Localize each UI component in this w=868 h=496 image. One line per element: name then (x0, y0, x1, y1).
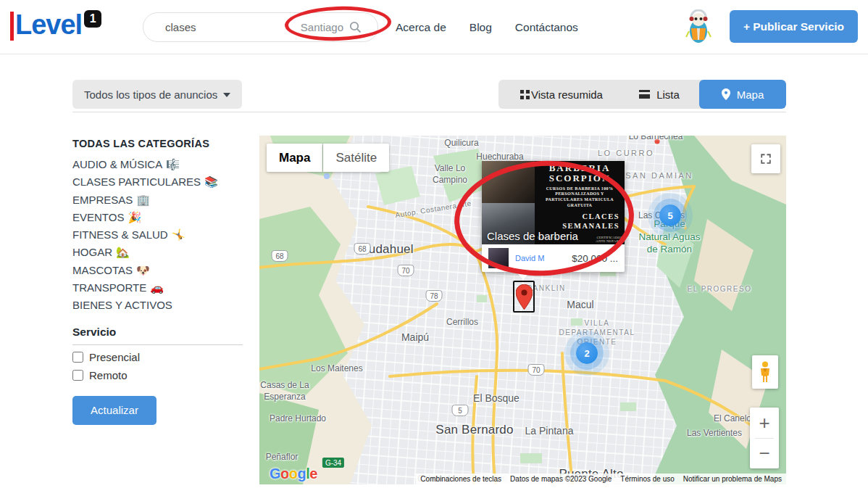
poster-claces: CLACES SEMANALES (537, 212, 622, 231)
map-attribution-link[interactable]: Datos de mapas ©2023 Google (506, 474, 616, 484)
fullscreen-button[interactable] (751, 144, 780, 173)
logo-text: Level (15, 9, 82, 41)
ad-type-filter-dropdown[interactable]: Todos los tipos de anuncios (72, 80, 242, 109)
user-avatar[interactable] (682, 9, 715, 45)
barber-photo (482, 161, 535, 203)
view-list-button[interactable]: Lista (619, 80, 699, 109)
category-link[interactable]: EMPRESAS🏢 (72, 191, 243, 209)
road-shield: 78 (426, 290, 443, 302)
road-shield: 70 (398, 265, 414, 276)
category-link[interactable]: AUDIO & MÚSICA🎼 (72, 156, 243, 173)
service-option: Remoto (72, 369, 243, 381)
category-label: EVENTOS (72, 211, 124, 223)
update-button[interactable]: Actualizar (72, 396, 157, 425)
view-list-label: Lista (656, 88, 680, 101)
google-logo-letter: o (289, 466, 298, 481)
search-bar: Santiago (143, 12, 378, 42)
map-type-map-button[interactable]: Mapa (267, 144, 322, 172)
ad-type-filter-label: Todos los tipos de anuncios (84, 88, 217, 101)
map-attribution-link[interactable]: Términos de uso (616, 474, 678, 484)
view-summary-button[interactable]: Vista resumida (498, 80, 619, 109)
google-logo[interactable]: Google (270, 466, 317, 482)
service-options: Presencial Remoto (72, 351, 243, 381)
search-input[interactable] (143, 21, 267, 33)
map-type-satellite-button[interactable]: Satélite (323, 144, 389, 172)
location-value: Santiago (301, 21, 343, 33)
category-link[interactable]: FITNESS & SALUD🤸 (72, 226, 243, 244)
category-label: MASCOTAS (72, 264, 133, 276)
google-logo-letter: o (280, 466, 289, 481)
service-checkbox[interactable] (72, 352, 83, 363)
listing-footer: David M $20.000 ... (482, 244, 625, 272)
zoom-out-button[interactable]: − (750, 439, 779, 469)
map-canvas[interactable]: QuilicuraValle Lo CampinoLo BarnecheaLO … (259, 136, 786, 484)
category-label: TRANSPORTE (72, 281, 146, 294)
road-shield: 70 (528, 364, 545, 376)
author-link[interactable]: David M (515, 254, 544, 263)
zoom-in-button[interactable]: + (750, 408, 779, 438)
street-view-pegman[interactable] (752, 355, 778, 389)
google-logo-letter: g (298, 466, 306, 481)
road-shield: 5 (452, 405, 469, 416)
popup-tail (517, 272, 530, 286)
service-checkbox[interactable] (72, 370, 83, 381)
category-label: EMPRESAS (72, 194, 133, 206)
cluster-marker[interactable]: 5 (659, 204, 681, 226)
category-link[interactable]: BIENES Y ACTIVOS (72, 297, 243, 314)
category-icon: 🚗 (150, 281, 164, 294)
view-map-button[interactable]: Mapa (699, 80, 786, 109)
google-logo-letter: G (270, 466, 280, 481)
logo-red-bar-icon (10, 12, 14, 41)
category-icon: 🏡 (116, 246, 130, 258)
category-list: AUDIO & MÚSICA🎼 CLASES PARTICULARES📚 EMP… (72, 156, 243, 315)
map-attribution-link[interactable]: Notificar un problema de Maps (679, 474, 786, 484)
nav-link[interactable]: Contáctanos (515, 21, 578, 34)
poster-cert: CERTIFICADOS ANTE NOTARIO (596, 236, 622, 243)
category-icon: 🎉 (128, 211, 141, 223)
poster-body: CURSOS DE BARBERIA 100% PERSONALIZADOS Y… (537, 186, 622, 209)
main-nav: Acerca deBlogContáctanos (396, 0, 578, 54)
nav-link[interactable]: Acerca de (396, 21, 446, 34)
cluster-marker[interactable]: 2 (576, 342, 598, 364)
view-summary-label: Vista resumida (531, 88, 603, 101)
category-icon: 🤸 (172, 228, 185, 241)
map-pin-icon (722, 88, 730, 100)
road-shield: 68 (354, 243, 371, 255)
map-attribution-link[interactable]: Combinaciones de teclas (416, 474, 506, 484)
map-attribution: Combinaciones de teclasDatos de mapas ©2… (416, 474, 786, 484)
red-pin-icon (516, 284, 533, 310)
road-shield: 68 (272, 250, 288, 262)
listing-popup[interactable]: BARBERIA SCORPION CURSOS DE BARBERIA 100… (482, 161, 625, 272)
category-link[interactable]: EVENTOS🎉 (72, 209, 243, 226)
category-icon: 📚 (204, 175, 218, 188)
search-icon[interactable] (349, 21, 362, 33)
category-icon: 🏢 (136, 194, 150, 206)
category-link[interactable]: TRANSPORTE🚗 (72, 279, 243, 297)
category-label: FITNESS & SALUD (72, 228, 168, 241)
category-link[interactable]: MASCOTAS🐶 (72, 262, 243, 279)
chevron-down-icon (223, 93, 230, 101)
google-logo-letter: e (309, 466, 317, 481)
view-map-label: Mapa (737, 88, 764, 101)
filters-sidebar: TODAS LAS CATEGORÍAS AUDIO & MÚSICA🎼 CLA… (72, 138, 243, 425)
divider (72, 112, 786, 112)
grid-icon (515, 90, 525, 99)
list-icon (639, 90, 650, 99)
author-avatar (488, 248, 509, 268)
nav-link[interactable]: Blog (470, 21, 492, 34)
page: Level 1 Santiago Acerca deBlogContáctano… (0, 0, 868, 496)
category-label: AUDIO & MÚSICA (72, 158, 162, 170)
site-logo[interactable]: Level 1 (10, 9, 101, 41)
logo-badge: 1 (84, 10, 101, 28)
listing-title: Clases de barberia (487, 230, 578, 242)
category-link[interactable]: CLASES PARTICULARES📚 (72, 173, 243, 191)
service-option: Presencial (72, 351, 243, 363)
category-link[interactable]: HOGAR🏡 (72, 244, 243, 261)
category-label: CLASES PARTICULARES (72, 175, 201, 188)
category-icon: 🎼 (166, 158, 180, 170)
fullscreen-icon (759, 152, 772, 165)
publish-service-button[interactable]: + Publicar Servicio (730, 10, 858, 43)
poster-title-2: SCORPION (537, 173, 622, 183)
location-field[interactable]: Santiago (301, 21, 377, 33)
road-shield: G-34 (322, 458, 344, 468)
